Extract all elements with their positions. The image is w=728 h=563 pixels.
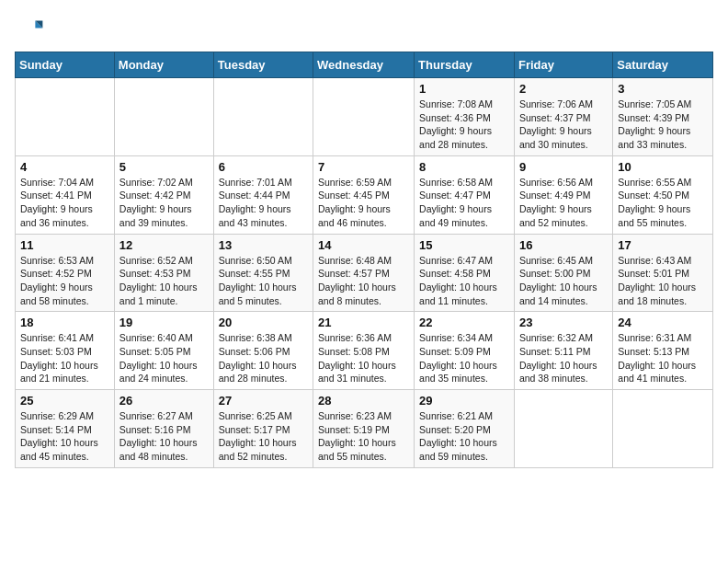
day-info: Sunrise: 6:21 AM Sunset: 5:20 PM Dayligh…: [419, 409, 509, 464]
day-cell: 9Sunrise: 6:56 AM Sunset: 4:49 PM Daylig…: [514, 155, 612, 234]
day-cell: [114, 78, 213, 156]
day-cell: 24Sunrise: 6:31 AM Sunset: 5:13 PM Dayli…: [613, 312, 713, 390]
day-number: 23: [519, 316, 608, 329]
day-cell: 27Sunrise: 6:25 AM Sunset: 5:17 PM Dayli…: [213, 390, 313, 468]
day-info: Sunrise: 6:23 AM Sunset: 5:19 PM Dayligh…: [318, 409, 409, 464]
day-number: 6: [219, 160, 308, 174]
day-info: Sunrise: 6:43 AM Sunset: 5:01 PM Dayligh…: [618, 254, 708, 308]
day-cell: 17Sunrise: 6:43 AM Sunset: 5:01 PM Dayli…: [613, 234, 713, 312]
day-number: 18: [20, 316, 109, 329]
day-cell: 7Sunrise: 6:59 AM Sunset: 4:45 PM Daylig…: [313, 155, 415, 234]
day-cell: 13Sunrise: 6:50 AM Sunset: 4:55 PM Dayli…: [213, 234, 313, 312]
day-info: Sunrise: 6:53 AM Sunset: 4:52 PM Dayligh…: [20, 254, 109, 308]
day-number: 16: [519, 238, 608, 252]
week-row-2: 4Sunrise: 7:04 AM Sunset: 4:41 PM Daylig…: [16, 155, 713, 234]
day-number: 13: [219, 238, 308, 252]
column-header-saturday: Saturday: [613, 52, 713, 78]
day-info: Sunrise: 6:40 AM Sunset: 5:05 PM Dayligh…: [119, 331, 209, 385]
day-info: Sunrise: 6:29 AM Sunset: 5:14 PM Dayligh…: [20, 409, 109, 464]
day-number: 10: [618, 160, 708, 174]
day-info: Sunrise: 7:04 AM Sunset: 4:41 PM Dayligh…: [20, 176, 109, 230]
day-cell: 15Sunrise: 6:47 AM Sunset: 4:58 PM Dayli…: [415, 234, 515, 312]
day-cell: 19Sunrise: 6:40 AM Sunset: 5:05 PM Dayli…: [114, 312, 213, 390]
column-header-wednesday: Wednesday: [313, 52, 415, 78]
day-cell: 10Sunrise: 6:55 AM Sunset: 4:50 PM Dayli…: [613, 155, 713, 234]
day-info: Sunrise: 6:59 AM Sunset: 4:45 PM Dayligh…: [318, 176, 409, 230]
day-info: Sunrise: 7:08 AM Sunset: 4:36 PM Dayligh…: [419, 98, 509, 152]
day-number: 2: [519, 82, 608, 96]
day-cell: 4Sunrise: 7:04 AM Sunset: 4:41 PM Daylig…: [16, 155, 115, 234]
calendar-header: SundayMondayTuesdayWednesdayThursdayFrid…: [16, 52, 713, 78]
day-cell: [514, 390, 612, 468]
day-number: 20: [219, 316, 308, 329]
day-info: Sunrise: 7:05 AM Sunset: 4:39 PM Dayligh…: [618, 98, 708, 152]
column-header-monday: Monday: [114, 52, 213, 78]
day-info: Sunrise: 6:27 AM Sunset: 5:16 PM Dayligh…: [119, 409, 209, 464]
day-cell: 18Sunrise: 6:41 AM Sunset: 5:03 PM Dayli…: [16, 312, 115, 390]
day-cell: 2Sunrise: 7:06 AM Sunset: 4:37 PM Daylig…: [514, 78, 612, 156]
day-number: 26: [119, 394, 209, 408]
day-info: Sunrise: 6:48 AM Sunset: 4:57 PM Dayligh…: [318, 254, 409, 308]
day-info: Sunrise: 6:55 AM Sunset: 4:50 PM Dayligh…: [618, 176, 708, 230]
day-info: Sunrise: 6:31 AM Sunset: 5:13 PM Dayligh…: [618, 331, 708, 385]
day-cell: [213, 78, 313, 156]
week-row-1: 1Sunrise: 7:08 AM Sunset: 4:36 PM Daylig…: [16, 78, 713, 156]
day-cell: 3Sunrise: 7:05 AM Sunset: 4:39 PM Daylig…: [613, 78, 713, 156]
day-cell: 5Sunrise: 7:02 AM Sunset: 4:42 PM Daylig…: [114, 155, 213, 234]
day-number: 22: [419, 316, 509, 329]
day-info: Sunrise: 6:56 AM Sunset: 4:49 PM Dayligh…: [519, 176, 608, 230]
day-cell: 23Sunrise: 6:32 AM Sunset: 5:11 PM Dayli…: [514, 312, 612, 390]
day-number: 14: [318, 238, 409, 252]
day-number: 25: [20, 394, 109, 408]
week-row-4: 18Sunrise: 6:41 AM Sunset: 5:03 PM Dayli…: [16, 312, 713, 390]
day-cell: 28Sunrise: 6:23 AM Sunset: 5:19 PM Dayli…: [313, 390, 415, 468]
day-info: Sunrise: 7:06 AM Sunset: 4:37 PM Dayligh…: [519, 98, 608, 152]
day-info: Sunrise: 6:50 AM Sunset: 4:55 PM Dayligh…: [219, 254, 308, 308]
day-info: Sunrise: 6:25 AM Sunset: 5:17 PM Dayligh…: [219, 409, 308, 464]
day-cell: 29Sunrise: 6:21 AM Sunset: 5:20 PM Dayli…: [415, 390, 515, 468]
logo: [15, 15, 48, 44]
day-number: 3: [618, 82, 708, 96]
day-info: Sunrise: 6:52 AM Sunset: 4:53 PM Dayligh…: [119, 254, 209, 308]
day-cell: 1Sunrise: 7:08 AM Sunset: 4:36 PM Daylig…: [415, 78, 515, 156]
day-cell: 11Sunrise: 6:53 AM Sunset: 4:52 PM Dayli…: [16, 234, 115, 312]
day-number: 5: [119, 160, 209, 174]
day-number: 11: [20, 238, 109, 252]
day-info: Sunrise: 6:34 AM Sunset: 5:09 PM Dayligh…: [419, 331, 509, 385]
column-header-thursday: Thursday: [415, 52, 515, 78]
day-cell: [16, 78, 115, 156]
day-info: Sunrise: 6:47 AM Sunset: 4:58 PM Dayligh…: [419, 254, 509, 308]
day-number: 15: [419, 238, 509, 252]
column-header-tuesday: Tuesday: [213, 52, 313, 78]
logo-icon: [15, 15, 44, 44]
column-header-friday: Friday: [514, 52, 612, 78]
day-info: Sunrise: 6:32 AM Sunset: 5:11 PM Dayligh…: [519, 331, 608, 385]
day-number: 21: [318, 316, 409, 329]
week-row-3: 11Sunrise: 6:53 AM Sunset: 4:52 PM Dayli…: [16, 234, 713, 312]
day-cell: [613, 390, 713, 468]
day-info: Sunrise: 6:45 AM Sunset: 5:00 PM Dayligh…: [519, 254, 608, 308]
day-cell: 8Sunrise: 6:58 AM Sunset: 4:47 PM Daylig…: [415, 155, 515, 234]
day-number: 19: [119, 316, 209, 329]
day-number: 17: [618, 238, 708, 252]
day-number: 29: [419, 394, 509, 408]
week-row-5: 25Sunrise: 6:29 AM Sunset: 5:14 PM Dayli…: [16, 390, 713, 468]
day-cell: [313, 78, 415, 156]
day-info: Sunrise: 6:58 AM Sunset: 4:47 PM Dayligh…: [419, 176, 509, 230]
day-cell: 6Sunrise: 7:01 AM Sunset: 4:44 PM Daylig…: [213, 155, 313, 234]
day-number: 12: [119, 238, 209, 252]
day-number: 4: [20, 160, 109, 174]
column-header-sunday: Sunday: [16, 52, 115, 78]
day-info: Sunrise: 6:38 AM Sunset: 5:06 PM Dayligh…: [219, 331, 308, 385]
day-cell: 22Sunrise: 6:34 AM Sunset: 5:09 PM Dayli…: [415, 312, 515, 390]
day-info: Sunrise: 7:02 AM Sunset: 4:42 PM Dayligh…: [119, 176, 209, 230]
day-number: 24: [618, 316, 708, 329]
day-cell: 26Sunrise: 6:27 AM Sunset: 5:16 PM Dayli…: [114, 390, 213, 468]
calendar-table: SundayMondayTuesdayWednesdayThursdayFrid…: [15, 52, 713, 468]
day-cell: 25Sunrise: 6:29 AM Sunset: 5:14 PM Dayli…: [16, 390, 115, 468]
day-info: Sunrise: 6:36 AM Sunset: 5:08 PM Dayligh…: [318, 331, 409, 385]
day-number: 1: [419, 82, 509, 96]
day-cell: 12Sunrise: 6:52 AM Sunset: 4:53 PM Dayli…: [114, 234, 213, 312]
day-cell: 21Sunrise: 6:36 AM Sunset: 5:08 PM Dayli…: [313, 312, 415, 390]
day-number: 28: [318, 394, 409, 408]
